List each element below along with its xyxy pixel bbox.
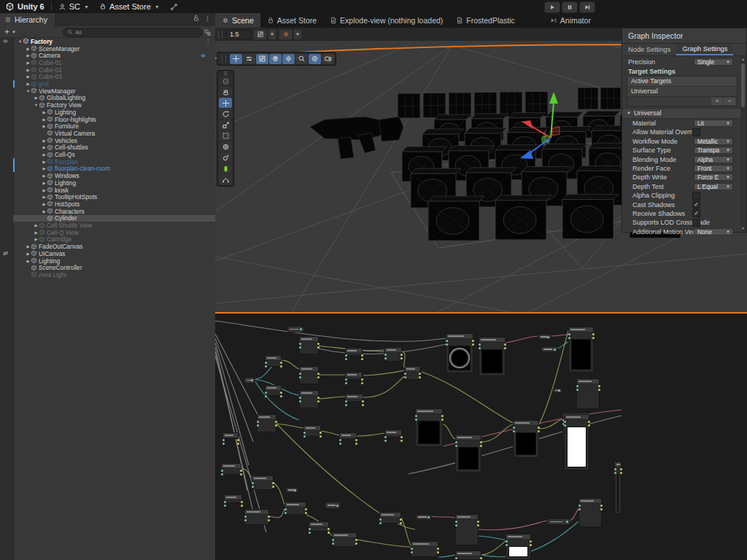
pause-button[interactable] (562, 1, 578, 13)
create-caret-icon[interactable]: ▼ (12, 30, 16, 34)
hierarchy-row-cell-q-view[interactable]: ▶Cell-Q View (13, 229, 215, 236)
graph-node[interactable] (332, 532, 357, 547)
inspector-scrollbar[interactable]: ▲ ▼ (740, 56, 746, 231)
graph-node[interactable] (576, 378, 600, 409)
expand-arrow-icon[interactable]: ▶ (42, 202, 47, 206)
panel-menu-icon[interactable]: ⋮ (204, 15, 211, 22)
hierarchy-row-cube-01[interactable]: ▶Cube-01 (13, 59, 215, 66)
graph-node-black-preview[interactable] (479, 337, 506, 376)
expand-arrow-icon[interactable]: ▼ (26, 89, 31, 93)
expand-arrow-icon[interactable]: ▶ (26, 82, 31, 86)
hierarchy-row-floorplan-clean-room[interactable]: ▶floorplan-clean-room (13, 166, 215, 173)
graph-node[interactable] (578, 498, 602, 527)
graph-property-pill[interactable] (415, 514, 432, 520)
tool-rect-tool-button[interactable] (219, 131, 232, 141)
hierarchy-row-kiosk[interactable]: ▶kiosk (13, 187, 215, 194)
overlay-sphere-button[interactable] (269, 54, 282, 64)
hierarchy-row-globallighting[interactable]: ▶GlobalLighting (13, 95, 215, 102)
expand-arrow-icon[interactable]: ▶ (42, 160, 47, 164)
tab-animator[interactable]: Animator (543, 13, 597, 28)
tool-capsule-button[interactable] (219, 163, 232, 174)
scroll-down-icon[interactable]: ▼ (740, 226, 746, 230)
expand-arrow-icon[interactable]: ▶ (42, 145, 47, 149)
scene-visibility-toggle-icon[interactable] (200, 52, 206, 59)
hierarchy-row-lighting[interactable]: ▶Lighting (13, 109, 215, 116)
dropdown-render-face[interactable]: Front▼ (694, 165, 733, 172)
expand-arrow-icon[interactable]: ▶ (42, 181, 47, 185)
hierarchy-row-furniture[interactable]: ▶Furniture (13, 122, 215, 130)
expand-arrow-icon[interactable]: ▶ (26, 61, 31, 65)
dropdown-precision[interactable]: Single▼ (694, 58, 733, 66)
graph-node-white-preview[interactable] (614, 462, 622, 514)
graph-node[interactable] (455, 551, 481, 560)
overlay-cam-view-button[interactable] (322, 54, 334, 64)
tool-hand-button[interactable] (219, 87, 232, 97)
hierarchy-row-tooltiphotspots[interactable]: ▶TooltipHotSpots (13, 193, 215, 201)
graph-node[interactable] (345, 372, 363, 380)
graph-property-pill[interactable] (285, 487, 298, 493)
graph-node-black-preview[interactable] (455, 435, 481, 472)
expand-arrow-icon[interactable]: ▶ (26, 47, 31, 51)
expand-arrow-icon[interactable]: ▶ (26, 259, 31, 263)
account-menu[interactable]: SC ▼ (53, 0, 94, 13)
graph-node[interactable] (265, 385, 282, 396)
checkbox-allow-material-override[interactable] (692, 128, 700, 136)
hierarchy-row-cartridge[interactable]: ▶Cartridge (13, 236, 215, 244)
shader-graph-canvas[interactable] (215, 314, 747, 560)
hierarchy-row-vehicles[interactable]: ▶Vehicles (13, 137, 215, 144)
overlay-search-button[interactable] (295, 54, 308, 64)
checkbox-supports-lod-cross-fade[interactable] (692, 219, 700, 227)
hierarchy-row-virtual-camera[interactable]: Virtual Camera (13, 130, 215, 137)
inspector-tab-graph-settings[interactable]: Graph Settings (676, 44, 733, 55)
graph-node[interactable] (455, 514, 479, 545)
graph-node[interactable] (285, 502, 306, 515)
expand-arrow-icon[interactable]: ▼ (34, 103, 39, 107)
dropdown-workflow-mode[interactable]: Metallic▼ (694, 138, 733, 145)
checkbox-alpha-clipping[interactable] (692, 192, 700, 200)
graph-node-sphere-preview[interactable] (446, 333, 473, 373)
checkbox-receive-shadows[interactable]: ✓ (692, 209, 700, 217)
tab-asset-store[interactable]: Asset Store (260, 13, 323, 28)
graph-property-pill[interactable] (552, 388, 562, 393)
graph-node[interactable] (222, 432, 239, 439)
hierarchy-row-cube-03[interactable]: ▶Cube-03 (13, 74, 215, 81)
expand-arrow-icon[interactable]: ▶ (34, 223, 39, 228)
remove-target-button[interactable]: − (724, 98, 735, 105)
graph-node[interactable] (257, 414, 276, 432)
tool-rotate-button[interactable] (219, 109, 232, 119)
expand-arrow-icon[interactable]: ▶ (42, 110, 47, 114)
graph-node-black-preview[interactable] (415, 408, 443, 447)
create-button[interactable] (4, 28, 10, 35)
graph-node-white-preview[interactable] (506, 534, 531, 560)
graph-property-pill[interactable] (547, 518, 570, 525)
expand-arrow-icon[interactable]: ▶ (26, 244, 31, 249)
asset-store-menu[interactable]: Asset Store ▼ (94, 0, 165, 13)
overlay-transform-button[interactable] (309, 54, 321, 64)
debug-mode-button[interactable] (279, 29, 293, 40)
eye-off-icon[interactable] (2, 250, 9, 257)
hierarchy-row-camera[interactable]: ▶Camera (13, 52, 215, 59)
hierarchy-search-input[interactable]: All (63, 28, 203, 37)
hierarchy-row-characters[interactable]: ▶Characters (13, 208, 215, 215)
dropdown-depth-write[interactable]: Force E▼ (694, 174, 733, 181)
tab-hierarchy[interactable]: Hierarchy (0, 13, 55, 26)
hierarchy-row-factory-view[interactable]: ▼Factory View (13, 101, 215, 109)
graph-property-pill[interactable] (244, 377, 255, 384)
hierarchy-row-floorplan[interactable]: ▶floorplan (13, 158, 215, 166)
hierarchy-row-hotspots[interactable]: ▶HotSpots (13, 201, 215, 208)
search-filter-icon[interactable] (204, 28, 211, 36)
expand-arrow-icon[interactable]: ▶ (26, 68, 31, 72)
expand-arrow-icon[interactable]: ▶ (34, 96, 39, 100)
expand-arrow-icon[interactable]: ▶ (42, 152, 47, 157)
graph-node[interactable] (309, 521, 329, 532)
overlay-diamond-button[interactable] (282, 54, 295, 64)
dropdown-additional-motion-vectors[interactable]: None▼ (694, 228, 733, 236)
graph-node[interactable] (265, 355, 282, 367)
tool-custom-tool-button[interactable] (219, 152, 232, 163)
expand-arrow-icon[interactable]: ▶ (34, 230, 39, 235)
item-menu-icon[interactable]: ⋮ (205, 38, 211, 44)
graph-property-pill[interactable] (541, 346, 558, 352)
graph-node[interactable] (221, 463, 241, 475)
tool-move-button[interactable] (219, 98, 232, 108)
graph-node-black-preview[interactable] (568, 327, 594, 373)
